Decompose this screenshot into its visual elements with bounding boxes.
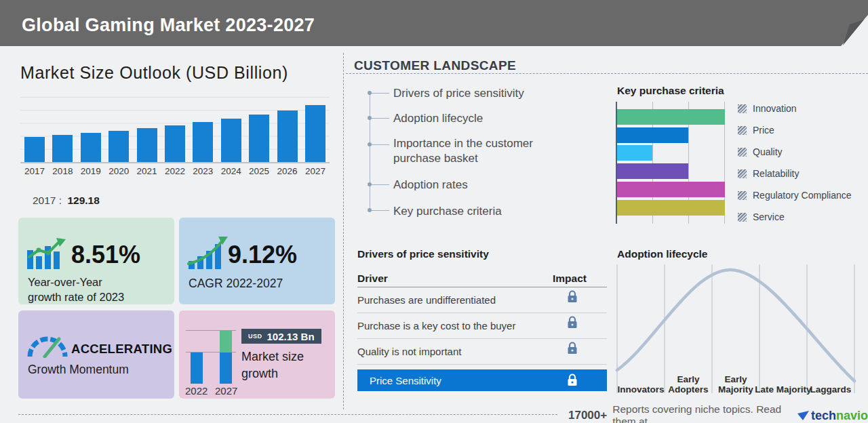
lock-icon <box>567 316 578 329</box>
cagr-value: 9.12% <box>228 241 297 269</box>
growth-label-line2: growth <box>241 365 278 382</box>
bar-trend-icon <box>26 237 70 269</box>
cagr-trend-icon <box>187 235 231 269</box>
landscape-item-adoption-rates: Adoption rates <box>393 178 570 193</box>
kpc-legend-item: Service <box>738 212 867 222</box>
report-count: 17000+ <box>568 409 607 422</box>
column-header-impact: Impact <box>553 273 587 285</box>
legend-label: Price <box>753 125 774 136</box>
kpc-plot <box>616 102 726 224</box>
yoy-label-line2: growth rate of 2023 <box>28 289 124 304</box>
vertical-divider <box>343 53 344 409</box>
legend-swatch-icon <box>738 213 747 222</box>
market-xlabel: 2021 <box>134 166 160 176</box>
growth-amount: 102.13 Bn <box>267 331 315 342</box>
growth-amount-badge: USD 102.13 Bn <box>241 329 321 344</box>
kpc-legend-item: Price <box>738 125 867 136</box>
momentum-value: ACCELERATING <box>71 342 172 357</box>
drivers-title: Drivers of price sensitivity <box>357 248 489 260</box>
market-bar-col <box>24 97 45 162</box>
kpc-title: Key purchase criteria <box>617 85 724 97</box>
market-xlabel: 2019 <box>78 166 104 176</box>
bullet-connector <box>372 93 389 94</box>
row-separator <box>357 338 607 339</box>
momentum-label: Growth Momentum <box>28 362 129 377</box>
legend-label: Regulatory Compliance <box>753 190 852 201</box>
header-bar: Global Gaming Market 2023-2027 <box>0 0 868 46</box>
kpc-bar <box>617 163 688 179</box>
growth-label-line1: Market size <box>241 348 304 365</box>
customer-landscape-title: CUSTOMER LANDSCAPE <box>354 58 516 73</box>
market-bar <box>137 128 157 162</box>
kpc-legend-item: Quality <box>738 146 867 157</box>
logo-navio: navio <box>836 409 868 423</box>
lock-icon <box>567 342 578 355</box>
market-bar-col <box>305 97 326 162</box>
market-xlabels: 2017201820192020202120222023202420252026… <box>20 166 330 176</box>
market-callout: 2017 : 129.18 <box>33 195 100 207</box>
technavio-logo: tech navio <box>797 409 868 423</box>
legend-label: Innovation <box>753 103 797 114</box>
callout-year: 2017 <box>33 195 56 206</box>
cagr-card: 9.12% CAGR 2022-2027 <box>179 218 335 304</box>
lock-icon <box>567 290 578 303</box>
legend-label: Quality <box>753 146 783 157</box>
adoption-title: Adoption lifecycle <box>617 248 708 260</box>
yoy-value: 8.51% <box>71 241 140 269</box>
momentum-card: ACCELERATING Growth Momentum <box>18 310 174 399</box>
market-bar-col <box>193 97 213 162</box>
market-bar <box>24 137 45 162</box>
mini-bar-2022 <box>191 352 203 384</box>
row-separator <box>357 313 607 313</box>
market-outlook-title: Market Size Outlook (USD Billion) <box>20 63 288 83</box>
market-bar-col <box>277 97 298 162</box>
bullet-connector <box>372 118 389 119</box>
mini-bar-2027-growth <box>220 330 232 352</box>
market-bar <box>305 105 326 162</box>
market-bars <box>20 97 330 162</box>
bullet-connector <box>372 210 389 211</box>
infographic-page: Global Gaming Market 2023-2027 Market Si… <box>0 0 868 423</box>
driver-row-key-cost: Purchase is a key cost to the buyer <box>357 320 515 331</box>
mini-bar-2027-base <box>220 352 232 384</box>
market-growth-card: 2022 2027 USD 102.13 Bn Market size grow… <box>179 310 335 399</box>
landscape-underline <box>346 73 868 74</box>
page-curl-decoration <box>833 0 868 46</box>
cagr-label: CAGR 2022-2027 <box>189 276 283 291</box>
column-header-driver: Driver <box>357 273 388 285</box>
kpc-bar <box>617 127 688 143</box>
market-bar-col <box>52 97 73 162</box>
market-xlabel: 2026 <box>275 166 300 176</box>
legend-swatch-icon <box>738 148 747 157</box>
market-xlabel: 2017 <box>22 166 47 176</box>
kpc-legend-item: Regulatory Compliance <box>738 190 867 201</box>
callout-value: 129.18 <box>67 195 99 206</box>
mini-label-2022: 2022 <box>185 385 208 397</box>
market-xlabel: 2025 <box>246 166 272 176</box>
landscape-item-adoption-lifecycle: Adoption lifecycle <box>393 111 570 126</box>
market-bar <box>108 131 129 162</box>
driver-row-undifferentiated: Purchases are undifferentiated <box>357 294 496 306</box>
kpc-bar <box>617 182 725 197</box>
currency-label: USD <box>248 333 262 340</box>
callout-separator: : <box>59 195 62 206</box>
market-bar-col <box>249 97 269 162</box>
stage-laggards: Laggards <box>802 371 859 395</box>
kpc-bar <box>617 109 725 125</box>
market-xlabel: 2027 <box>302 166 328 176</box>
market-xlabel: 2018 <box>50 166 75 176</box>
kpc-bar <box>617 200 725 216</box>
kpc-legend: InnovationPriceQualityRelatabilityRegula… <box>738 102 867 224</box>
page-title: Global Gaming Market 2023-2027 <box>22 15 315 36</box>
landscape-item-purchase-basket: Importance in the customer purchase bask… <box>393 136 564 166</box>
legend-swatch-icon <box>738 169 747 178</box>
market-bar <box>52 135 73 162</box>
bullet-connector <box>372 144 389 145</box>
market-bar <box>249 115 269 162</box>
kpc-legend-item: Innovation <box>738 103 867 114</box>
footer-text: Reports covering niche topics. Read them… <box>612 403 790 423</box>
market-xlabel: 2024 <box>218 166 244 176</box>
market-bar <box>221 119 241 162</box>
mini-label-2027: 2027 <box>215 385 237 397</box>
market-xlabel: 2022 <box>162 166 188 176</box>
